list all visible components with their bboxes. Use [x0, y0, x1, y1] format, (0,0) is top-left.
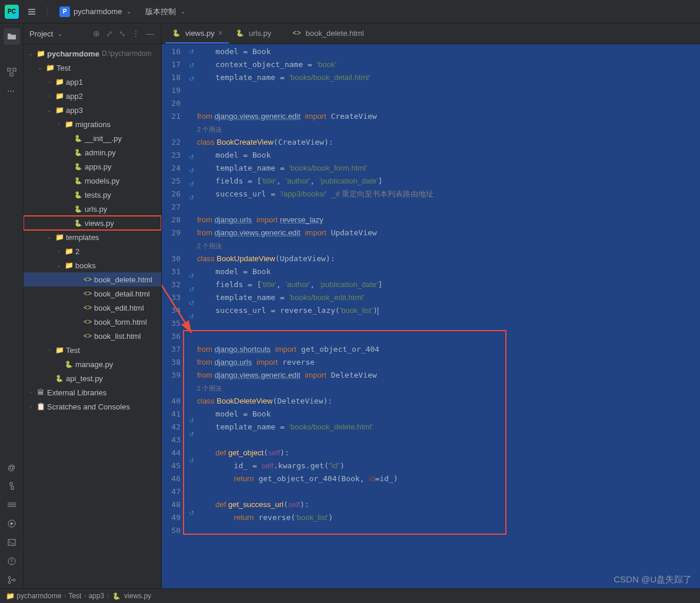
tree-root[interactable]: ⌄📁 pycharmdome D:\pycharmdom: [24, 46, 161, 61]
tree-folder-app3[interactable]: ⌄📁app3: [24, 103, 161, 117]
project-panel: Project ⌄ ⊕ ⤢ ⤡ ⋮ — ⌄📁 pycharmdome D:\py…: [24, 24, 162, 588]
tree-folder-books[interactable]: ⌄📁books: [24, 258, 161, 272]
project-tool-button[interactable]: [4, 28, 20, 45]
tab-book-delete[interactable]: <> book_delete.html ×: [286, 24, 378, 44]
vcs-menu[interactable]: 版本控制 ⌄: [141, 4, 190, 19]
python-file-icon: [235, 29, 245, 37]
close-icon[interactable]: ×: [218, 28, 223, 38]
main-menu-button[interactable]: [24, 4, 40, 20]
tree-file-init[interactable]: __init__.py: [24, 131, 161, 145]
tab-label: views.py: [185, 29, 215, 38]
tree-file-apps[interactable]: apps.py: [24, 159, 161, 174]
collapse-all-icon[interactable]: ⤡: [118, 28, 127, 39]
code-body[interactable]: model = Book context_object_name = 'book…: [197, 44, 700, 588]
chevron-down-icon: ⌄: [181, 8, 185, 15]
code-editor[interactable]: 16 17 18 19 20 21 22 23 24 25 26 27 28 2…: [162, 44, 700, 588]
svg-rect-1: [13, 68, 16, 71]
svg-point-7: [8, 581, 11, 584]
chevron-down-icon[interactable]: ⌄: [58, 31, 62, 37]
tree-external-libraries[interactable]: ›🏛External Libraries: [24, 385, 161, 399]
ide-icon: PC: [5, 5, 19, 19]
tree-file-tests[interactable]: tests.py: [24, 188, 161, 202]
vcs-label: 版本控制: [145, 6, 176, 17]
tab-views[interactable]: views.py ×: [165, 24, 229, 44]
locate-icon[interactable]: ⊕: [92, 28, 101, 39]
tree-folder-test[interactable]: ⌄📁Test: [24, 61, 161, 75]
breadcrumb-file[interactable]: views.py: [124, 592, 151, 600]
tree-scratches[interactable]: ›📋Scratches and Consoles: [24, 399, 161, 414]
titlebar: PC P pycharmdome ⌄ 版本控制 ⌄: [0, 0, 700, 24]
problems-button[interactable]: [4, 553, 20, 569]
tree-file-views[interactable]: views.py: [24, 216, 161, 230]
tree-folder-app1[interactable]: ›📁app1: [24, 75, 161, 89]
html-file-icon: <>: [292, 29, 302, 37]
breadcrumb-root[interactable]: 📁 pycharmdome: [6, 592, 61, 600]
editor-area: views.py × urls.py × <> book_delete.html…: [162, 24, 700, 588]
tab-label: urls.py: [249, 29, 271, 38]
tree-file-models[interactable]: models.py: [24, 174, 161, 188]
tab-urls[interactable]: urls.py ×: [229, 24, 285, 44]
hide-icon[interactable]: —: [145, 28, 155, 39]
tab-label: book_delete.html: [306, 29, 364, 38]
python-file-icon: [111, 592, 122, 600]
line-numbers: 16 17 18 19 20 21 22 23 24 25 26 27 28 2…: [162, 44, 185, 588]
chevron-down-icon: ⌄: [126, 8, 131, 15]
editor-tabs: views.py × urls.py × <> book_delete.html…: [162, 24, 700, 44]
git-button[interactable]: [4, 572, 20, 588]
svg-rect-2: [10, 73, 13, 76]
project-panel-header: Project ⌄ ⊕ ⤢ ⤡ ⋮ —: [24, 24, 161, 44]
run-button[interactable]: [4, 515, 20, 532]
svg-point-8: [13, 579, 15, 581]
python-console-button[interactable]: [4, 478, 20, 494]
terminal-button[interactable]: [4, 534, 20, 551]
tree-file-book-list[interactable]: <>book_list.html: [24, 329, 161, 343]
tree-file-book-delete[interactable]: <>book_delete.html: [24, 272, 161, 286]
structure-tool-button[interactable]: [4, 64, 20, 80]
expand-all-icon[interactable]: ⤢: [105, 28, 114, 39]
gutter-marks: ↺ ↺ ↺ ↺ ↺ ↺ ↺ ↺ ↺ ↺ ↺ ↺ ↺ ↺ ↺: [185, 44, 197, 588]
svg-rect-0: [8, 68, 11, 71]
tree-folder-2[interactable]: ›📁2: [24, 244, 161, 258]
project-selector[interactable]: P pycharmdome ⌄: [55, 4, 136, 19]
tree-folder-test2[interactable]: ›📁Test: [24, 343, 161, 357]
project-tree[interactable]: ⌄📁 pycharmdome D:\pycharmdom ⌄📁Test ›📁ap…: [24, 44, 161, 588]
project-name-label: pycharmdome: [74, 7, 122, 16]
tree-file-book-detail[interactable]: <>book_detail.html: [24, 286, 161, 301]
ai-tool-button[interactable]: @: [4, 459, 20, 475]
tree-file-book-edit[interactable]: <>book_edit.html: [24, 301, 161, 315]
project-icon: P: [59, 6, 70, 17]
tree-file-api-test[interactable]: api_test.py: [24, 371, 161, 385]
tree-file-manage[interactable]: manage.py: [24, 357, 161, 371]
tree-folder-migrations[interactable]: ›📁migrations: [24, 117, 161, 131]
tree-file-book-form[interactable]: <>book_form.html: [24, 315, 161, 329]
options-icon[interactable]: ⋮: [131, 28, 141, 39]
statusbar: 📁 pycharmdome › Test › app3 › views.py: [0, 588, 700, 603]
services-button[interactable]: [4, 497, 20, 513]
python-file-icon: [171, 29, 182, 37]
left-toolbar: ⋯ @: [0, 24, 24, 588]
tree-file-urls[interactable]: urls.py: [24, 202, 161, 216]
more-tool-button[interactable]: ⋯: [4, 82, 20, 99]
tree-file-admin[interactable]: admin.py: [24, 145, 161, 159]
svg-rect-4: [8, 539, 15, 545]
breadcrumb-app[interactable]: app3: [88, 592, 104, 600]
tree-folder-templates[interactable]: ⌄📁templates: [24, 230, 161, 244]
svg-point-6: [8, 577, 11, 579]
breadcrumb-folder[interactable]: Test: [68, 592, 81, 600]
project-panel-title: Project: [29, 29, 53, 38]
tree-folder-app2[interactable]: ›📁app2: [24, 89, 161, 103]
